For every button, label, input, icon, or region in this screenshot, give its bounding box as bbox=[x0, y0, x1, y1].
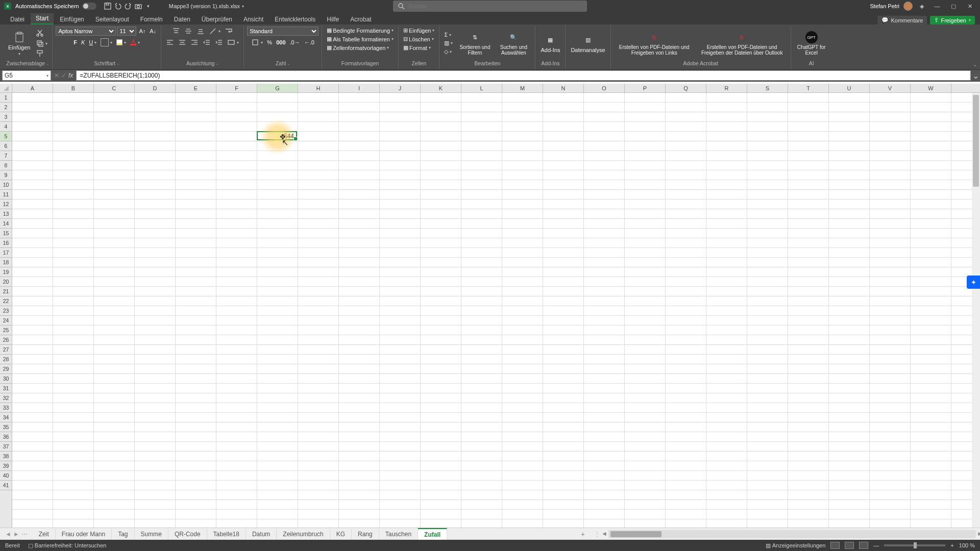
column-header[interactable]: S bbox=[747, 84, 788, 92]
sheet-tab[interactable]: Zeit bbox=[33, 529, 56, 540]
row-header[interactable]: 20 bbox=[0, 277, 12, 287]
decrease-indent-button[interactable] bbox=[201, 38, 212, 47]
row-header[interactable]: 39 bbox=[0, 461, 12, 471]
qat-more-icon[interactable]: ▾ bbox=[143, 1, 154, 11]
user-avatar[interactable] bbox=[903, 2, 913, 11]
row-header[interactable]: 8 bbox=[0, 161, 12, 170]
row-header[interactable]: 32 bbox=[0, 393, 12, 403]
zoom-out-button[interactable]: — bbox=[873, 542, 879, 548]
wrap-text-button[interactable] bbox=[223, 27, 234, 36]
autosave-toggle[interactable]: Automatisches Speichern bbox=[15, 3, 96, 10]
zoom-level[interactable]: 100 % bbox=[959, 542, 975, 548]
normal-view-button[interactable] bbox=[830, 542, 840, 549]
sheet-nav-prev[interactable]: ◄ bbox=[5, 531, 11, 538]
column-header[interactable]: U bbox=[829, 84, 870, 92]
column-header[interactable]: D bbox=[135, 84, 176, 92]
maximize-button[interactable]: ▢ bbox=[947, 1, 960, 11]
cell-styles-button[interactable]: ▦ Zellenformatvorlagen▾ bbox=[325, 44, 390, 52]
merge-button[interactable]: ▾ bbox=[226, 38, 240, 47]
comments-button[interactable]: 💬 Kommentare bbox=[877, 16, 927, 24]
row-header[interactable]: 24 bbox=[0, 316, 12, 325]
ribbon-tab-überprüfen[interactable]: Überprüfen bbox=[197, 14, 237, 24]
insert-cells-button[interactable]: ⊞ Einfügen▾ bbox=[402, 27, 436, 34]
bold-button[interactable]: F bbox=[72, 39, 79, 46]
redo-icon[interactable] bbox=[123, 1, 133, 11]
row-header[interactable]: 36 bbox=[0, 432, 12, 442]
row-header[interactable]: 21 bbox=[0, 287, 12, 296]
horizontal-scrollbar[interactable]: ◄ ► bbox=[608, 530, 976, 538]
cancel-formula-icon[interactable]: ✕ bbox=[54, 72, 59, 79]
share-button[interactable]: ⇪ Freigeben ▾ bbox=[930, 16, 975, 24]
align-center-button[interactable] bbox=[177, 38, 188, 47]
row-header[interactable]: 37 bbox=[0, 442, 12, 452]
create-pdf-outlook-button[interactable]: ⎘Erstellen von PDF-Dateien und Freigeben… bbox=[697, 31, 788, 56]
ribbon-tab-daten[interactable]: Daten bbox=[169, 14, 195, 24]
search-box[interactable] bbox=[393, 1, 587, 12]
toggle-switch[interactable] bbox=[82, 3, 96, 10]
hscroll-left[interactable]: ◄ bbox=[601, 530, 607, 537]
ribbon-collapse-button[interactable]: ⌄ bbox=[973, 62, 977, 67]
sheet-tab[interactable]: KG bbox=[330, 529, 352, 540]
sheet-tab[interactable]: Datum bbox=[246, 529, 277, 540]
row-header[interactable]: 5 bbox=[0, 132, 12, 141]
column-header[interactable]: E bbox=[176, 84, 216, 92]
accessibility-status[interactable]: ▢ Barrierefreiheit: Untersuchen bbox=[28, 542, 107, 549]
formula-expand-icon[interactable]: ⌄ bbox=[971, 71, 980, 81]
ribbon-tab-seitenlayout[interactable]: Seitenlayout bbox=[90, 14, 134, 24]
zoom-in-button[interactable]: + bbox=[950, 542, 953, 548]
increase-decimal-button[interactable]: .0→ bbox=[288, 39, 302, 46]
sheet-tab[interactable]: Tag bbox=[112, 529, 134, 540]
ribbon-tab-einfügen[interactable]: Einfügen bbox=[55, 14, 89, 24]
align-top-button[interactable] bbox=[170, 27, 182, 36]
row-header[interactable]: 4 bbox=[0, 122, 12, 132]
row-header[interactable]: 31 bbox=[0, 384, 12, 393]
name-box[interactable]: G5▾ bbox=[2, 70, 51, 81]
ribbon-tab-acrobat[interactable]: Acrobat bbox=[345, 14, 376, 24]
close-button[interactable]: ✕ bbox=[964, 1, 976, 11]
format-cells-button[interactable]: ▦ Format▾ bbox=[402, 44, 432, 52]
align-bottom-button[interactable] bbox=[195, 27, 206, 36]
vertical-scrollbar[interactable] bbox=[972, 93, 980, 528]
column-header[interactable]: L bbox=[461, 84, 502, 92]
sheet-tab[interactable]: Tabelle18 bbox=[207, 529, 246, 540]
filename[interactable]: Mappe3 (version 1).xlsb.xlsx ▾ bbox=[169, 3, 244, 9]
row-header[interactable]: 41 bbox=[0, 481, 12, 490]
column-header[interactable]: R bbox=[706, 84, 747, 92]
column-header[interactable]: O bbox=[584, 84, 625, 92]
cells-area[interactable]: 544 ✥↖ bbox=[12, 93, 980, 540]
ribbon-tab-ansicht[interactable]: Ansicht bbox=[238, 14, 268, 24]
column-header[interactable]: M bbox=[502, 84, 543, 92]
row-header[interactable]: 40 bbox=[0, 471, 12, 481]
italic-button[interactable]: K bbox=[80, 39, 86, 46]
column-header[interactable]: J bbox=[380, 84, 421, 92]
page-layout-view-button[interactable] bbox=[845, 542, 854, 549]
font-color-button[interactable]: A▾ bbox=[129, 39, 141, 46]
fill-color-button[interactable]: ▾ bbox=[115, 39, 128, 46]
row-header[interactable]: 16 bbox=[0, 238, 12, 248]
create-pdf-link-button[interactable]: ⎘Erstellen von PDF-Dateien und Freigeben… bbox=[614, 31, 695, 56]
decrease-font-button[interactable]: A↓ bbox=[148, 28, 158, 35]
row-header[interactable]: 38 bbox=[0, 452, 12, 461]
column-header[interactable]: A bbox=[12, 84, 53, 92]
cut-button[interactable] bbox=[34, 29, 49, 38]
add-sheet-button[interactable]: + bbox=[576, 530, 590, 538]
zoom-slider[interactable] bbox=[884, 544, 945, 546]
column-header[interactable]: I bbox=[339, 84, 380, 92]
ribbon-tab-datei[interactable]: Datei bbox=[5, 14, 30, 24]
row-header[interactable]: 10 bbox=[0, 180, 12, 190]
borders-button[interactable]: ▾ bbox=[99, 38, 114, 47]
row-header[interactable]: 18 bbox=[0, 258, 12, 267]
ribbon-tab-start[interactable]: Start bbox=[31, 13, 54, 24]
font-size-select[interactable]: 11 bbox=[117, 27, 136, 36]
addins-button[interactable]: ▦Add-Ins bbox=[538, 34, 562, 53]
fill-button[interactable]: ▥▾ bbox=[443, 39, 454, 47]
ribbon-tab-formeln[interactable]: Formeln bbox=[135, 14, 168, 24]
select-all-corner[interactable] bbox=[0, 84, 12, 92]
row-header[interactable]: 15 bbox=[0, 229, 12, 238]
row-header[interactable]: 17 bbox=[0, 248, 12, 258]
row-header[interactable]: 27 bbox=[0, 345, 12, 355]
page-break-view-button[interactable] bbox=[859, 542, 868, 549]
font-name-select[interactable]: Aptos Narrow bbox=[56, 27, 116, 36]
row-header[interactable]: 22 bbox=[0, 296, 12, 306]
ribbon-tab-hilfe[interactable]: Hilfe bbox=[322, 14, 344, 24]
